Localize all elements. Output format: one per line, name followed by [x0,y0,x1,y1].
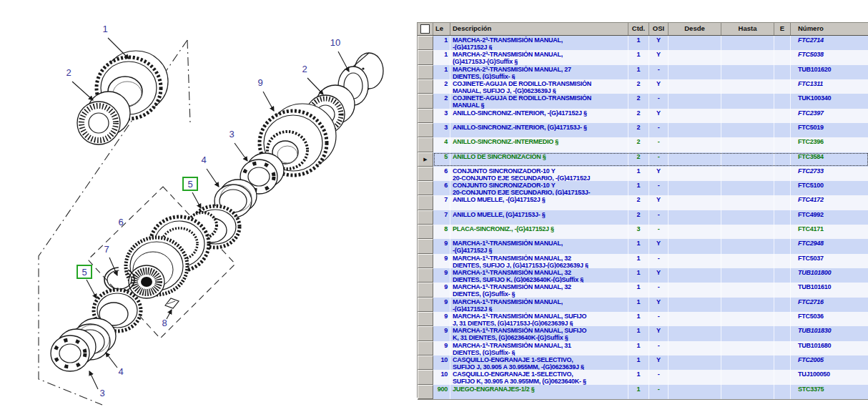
header-descripcion[interactable]: Descripción [450,23,628,35]
cell-osi: Y [649,268,669,283]
record-selector[interactable] [418,239,433,253]
callout-3[interactable]: 3 [229,129,247,161]
select-all-cell[interactable] [418,23,433,35]
cell-desde [669,152,721,167]
header-e[interactable]: E [774,23,791,35]
table-row[interactable]: 9 MARCHA-1ª-TRANSMISIÓN MANUAL, 32DIENTE… [418,254,868,268]
table-row[interactable]: 1 MARCHA-2ª-TRANSMISIÓN MANUAL, 27DIENTE… [418,65,868,79]
record-selector[interactable] [418,137,433,152]
callout-2[interactable]: 2 [302,64,323,94]
cell-descripcion: MARCHA-1ª-TRANSMISIÓN MANUAL, 31DIENTES,… [450,341,628,355]
record-selector[interactable] [418,355,433,370]
record-selector[interactable] [418,167,433,181]
cell-desde [669,36,721,50]
table-row[interactable]: 9 MARCHA-1ª-TRANSMISIÓN MANUAL, SUFIJOK,… [418,326,868,340]
record-selector[interactable] [418,123,433,137]
record-selector[interactable] [418,370,433,384]
cell-ctd: 2 [628,123,649,137]
cell-le: 2 [433,94,450,108]
cell-desde [669,94,721,108]
callout-6[interactable]: 6 [118,217,123,227]
cell-descripcion: ANILLO MUELLE, -(G)417152J § [450,195,628,210]
table-row[interactable]: 2 COJINETE-AGUJA DE RODILLO-TRANSMISIÓNM… [418,79,868,94]
record-selector[interactable] [418,268,433,283]
table-row[interactable]: 3 ANILLO-SINCRONIZ.-INTERIOR, -(G)417152… [418,109,868,123]
record-selector[interactable] [418,210,433,225]
cell-hasta [721,239,774,253]
cell-desde [669,312,721,326]
callout-4[interactable]: 4 [106,353,124,377]
record-selector[interactable] [418,312,433,326]
table-row[interactable]: 900 JUEGO-ENGRANAJES-1/2 § 1 - STC3375 [418,385,868,399]
header-numero[interactable]: Número [791,23,868,35]
callout-8[interactable]: 8 [162,310,172,328]
callout-4[interactable]: 4 [201,155,219,187]
callout-leader-line [89,371,98,389]
callout-label: 1 [102,24,107,34]
record-selector[interactable] [418,79,433,94]
table-row[interactable]: 8 PLACA-SINCRONIZ., -(G)417152J § 3 - FT… [418,225,868,239]
table-row[interactable]: 7 ANILLO MUELLE, -(G)417152J § 2 Y FTC41… [418,195,868,210]
table-row[interactable]: 1 MARCHA-2ª-TRANSMISIÓN MANUAL,-(G)41715… [418,36,868,50]
table-row[interactable]: 9 MARCHA-1ª-TRANSMISIÓN MANUAL, 32DIENTE… [418,268,868,283]
table-row[interactable]: 1 MARCHA-2ª-TRANSMISIÓN MANUAL,(G)417153… [418,50,868,64]
callout-3[interactable]: 3 [89,371,105,398]
record-selector[interactable]: ▶ [418,152,433,167]
cell-ctd: 1 [628,326,649,340]
header-hasta[interactable]: Hasta [721,23,774,35]
table-row[interactable]: 3 ANILLO-SINCRONIZ.-INTERIOR, (G)417153J… [418,123,868,137]
table-row[interactable]: 10 CASQUILLO-ENGRANAJE 1-SELECTIVO,SUFIJ… [418,355,868,370]
record-selector[interactable] [418,225,433,239]
table-row[interactable]: ▶ 5 ANILLO DE SINCRONIZACIÓN § 2 - FTC35… [418,152,868,167]
cell-e [774,137,791,152]
record-selector[interactable] [418,50,433,64]
cell-ctd: 2 [628,79,649,94]
record-selector[interactable] [418,283,433,297]
record-selector[interactable] [418,94,433,108]
record-selector[interactable] [418,36,433,50]
table-row[interactable]: 9 MARCHA-1ª-TRANSMISIÓN MANUAL, 32DIENTE… [418,283,868,297]
callout-9[interactable]: 9 [257,77,274,111]
table-row[interactable]: 9 MARCHA-1ª-TRANSMISIÓN MANUAL,-(G)41715… [418,298,868,312]
cell-le: 9 [433,268,450,283]
table-row[interactable]: 2 COJINETE-AGUJA DE RODILLO-TRANSMISIÓNM… [418,94,868,108]
table-row[interactable]: 6 CONJUNTO SINCRONIZADOR-10 Y20-CONJUNTO… [418,181,868,195]
record-selector[interactable] [418,385,433,399]
callout-5[interactable]: 5 [183,177,201,208]
header-osi[interactable]: OSI [649,23,669,35]
record-selector[interactable] [418,109,433,123]
table-row[interactable]: 9 MARCHA-1ª-TRANSMISIÓN MANUAL, SUFIJOJ,… [418,312,868,326]
cell-ctd: 1 [628,65,649,79]
record-selector[interactable] [418,298,433,312]
cell-hasta [721,326,774,340]
cell-numero: FTC4992 [791,210,868,225]
record-selector[interactable] [418,181,433,195]
header-le[interactable]: Le [433,23,450,35]
callout-2[interactable]: 2 [66,67,93,100]
record-selector[interactable] [418,341,433,355]
cell-osi: - [649,65,669,79]
callout-7[interactable]: 7 [104,244,117,275]
header-desde[interactable]: Desde [669,23,721,35]
record-selector[interactable] [418,326,433,340]
record-selector[interactable] [418,195,433,210]
table-row[interactable]: 4 ANILLO-SINCRONIZ.-INTERMEDIO § 2 - FTC… [418,137,868,152]
cell-numero: FTC1311 [791,79,868,94]
callout-label: 2 [302,64,307,74]
table-row[interactable]: 10 CASQUILLO-ENGRANAJE 1-SELECTIVO,SUFIJ… [418,370,868,384]
table-row[interactable]: 9 MARCHA-1ª-TRANSMISIÓN MANUAL, 31DIENTE… [418,341,868,355]
table-row[interactable]: 7 ANILLO MUELLE, (G)417153J- § 2 - FTC49… [418,210,868,225]
cell-ctd: 3 [628,225,649,239]
cell-le: 1 [433,65,450,79]
cell-hasta [721,109,774,123]
cell-le: 9 [433,326,450,340]
record-selector[interactable] [418,254,433,268]
record-selector[interactable] [418,65,433,79]
callout-5[interactable]: 5 [77,265,97,298]
table-row[interactable]: 6 CONJUNTO SINCRONIZADOR-10 Y20-CONJUNTO… [418,167,868,181]
cell-le: 900 [433,385,450,399]
header-ctd[interactable]: Ctd. [628,23,649,35]
table-row[interactable]: 9 MARCHA-1ª-TRANSMISIÓN MANUAL,-(G)41715… [418,239,868,253]
callout-10[interactable]: 10 [330,37,349,72]
select-all-checkbox[interactable] [420,24,430,34]
